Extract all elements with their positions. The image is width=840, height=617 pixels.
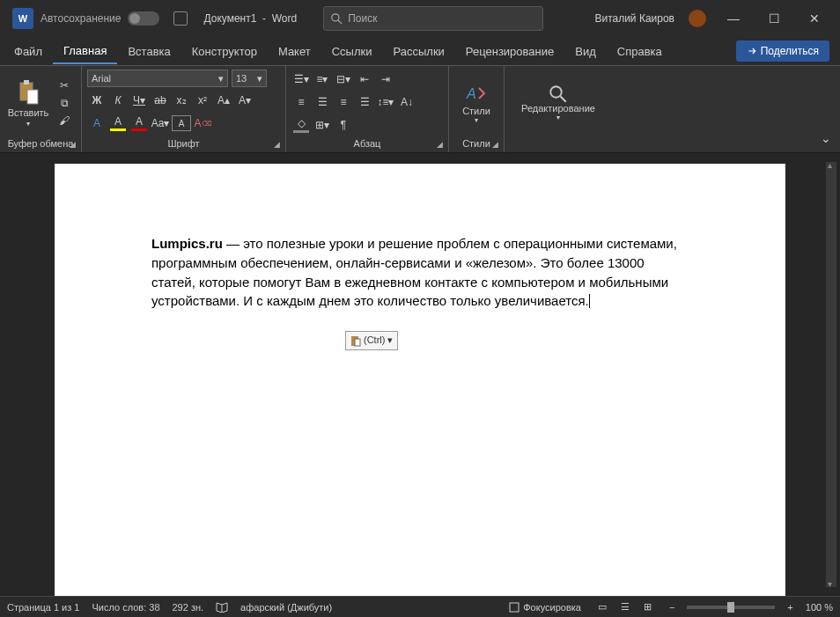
share-icon	[747, 46, 757, 56]
shading-button[interactable]: ◇	[291, 115, 311, 135]
text-effects-button[interactable]: A	[87, 114, 107, 133]
save-icon[interactable]	[173, 11, 188, 26]
font-size-select[interactable]: 13▾	[232, 70, 267, 87]
align-center-button[interactable]: ☰	[313, 92, 332, 112]
styles-icon: A	[465, 83, 488, 106]
paste-options-tag[interactable]: (Ctrl)▾	[345, 331, 398, 350]
status-chars[interactable]: 292 зн.	[173, 602, 204, 613]
editing-button[interactable]: Редактирование ▾	[510, 70, 607, 136]
clipboard-label: Буфер обмена	[8, 138, 74, 149]
svg-line-1	[338, 20, 342, 24]
sort-button[interactable]: A↓	[397, 92, 416, 112]
avatar[interactable]	[689, 10, 706, 27]
clipboard-icon	[17, 79, 40, 106]
change-case-button[interactable]: Aa▾	[151, 114, 170, 133]
bold-button[interactable]: Ж	[87, 91, 107, 110]
font-color-button[interactable]: A	[129, 114, 149, 133]
char-border-button[interactable]: A	[172, 115, 191, 131]
search-icon	[331, 13, 343, 25]
clipboard-small-icon	[350, 334, 361, 347]
tab-mailings[interactable]: Рассылки	[382, 40, 454, 63]
read-mode-button[interactable]: ▭	[593, 600, 611, 614]
grow-font-button[interactable]: A▴	[214, 91, 233, 110]
align-justify-button[interactable]: ☰	[355, 92, 374, 112]
font-name-select[interactable]: Arial▾	[87, 70, 228, 87]
svg-rect-10	[510, 603, 519, 612]
indent-right-button[interactable]: ⇥	[376, 70, 395, 89]
borders-button[interactable]: ⊞▾	[313, 115, 332, 135]
print-layout-button[interactable]: ☰	[616, 600, 634, 614]
doc-bold-text: Lumpics.ru	[151, 236, 223, 251]
close-button[interactable]: ✕	[794, 4, 835, 33]
focus-icon	[509, 602, 519, 613]
tab-view[interactable]: Вид	[564, 40, 607, 63]
clipboard-launcher[interactable]: ◢	[70, 140, 76, 149]
strike-button[interactable]: ab	[151, 91, 170, 110]
tab-file[interactable]: Файл	[4, 40, 53, 63]
format-painter-icon[interactable]: 🖌	[56, 114, 72, 128]
word-logo: W	[12, 8, 33, 29]
tab-layout[interactable]: Макет	[268, 40, 321, 63]
styles-launcher[interactable]: ◢	[492, 140, 498, 149]
copy-icon[interactable]: ⧉	[56, 96, 72, 110]
svg-point-0	[332, 13, 339, 20]
status-page[interactable]: Страница 1 из 1	[7, 602, 79, 613]
svg-rect-9	[355, 339, 360, 346]
tab-review[interactable]: Рецензирование	[455, 40, 564, 63]
paragraph-label: Абзац	[354, 138, 381, 149]
share-button[interactable]: Поделиться	[736, 40, 829, 62]
font-launcher[interactable]: ◢	[274, 140, 280, 149]
autosave-label: Автосохранение	[41, 12, 121, 25]
username: Виталий Каиров	[594, 12, 674, 25]
vertical-scrollbar[interactable]	[826, 162, 836, 587]
maximize-button[interactable]: ☐	[754, 4, 794, 33]
zoom-out-button[interactable]: −	[669, 602, 674, 613]
minimize-button[interactable]: —	[713, 4, 754, 33]
document-title: Документ1 - Word	[203, 12, 297, 25]
svg-rect-3	[24, 80, 29, 84]
tab-links[interactable]: Ссылки	[321, 40, 383, 63]
tab-insert[interactable]: Вставка	[117, 40, 181, 63]
italic-button[interactable]: К	[108, 91, 128, 110]
cut-icon[interactable]: ✂	[56, 78, 72, 92]
indent-left-button[interactable]: ⇤	[355, 70, 374, 89]
status-words[interactable]: Число слов: 38	[92, 602, 159, 613]
underline-button[interactable]: Ч▾	[129, 91, 149, 110]
zoom-level[interactable]: 100 %	[806, 602, 833, 613]
bullets-button[interactable]: ☰▾	[291, 70, 311, 89]
book-icon	[216, 602, 228, 613]
paragraph-launcher[interactable]: ◢	[437, 140, 443, 149]
subscript-button[interactable]: x₂	[172, 91, 191, 110]
web-layout-button[interactable]: ⊞	[639, 600, 657, 614]
numbering-button[interactable]: ≡▾	[313, 70, 332, 89]
line-spacing-button[interactable]: ↕≡▾	[376, 92, 395, 112]
clear-formatting-button[interactable]: A⌫	[193, 114, 212, 133]
focus-mode-button[interactable]: Фокусировка	[509, 602, 581, 613]
svg-point-6	[550, 86, 562, 98]
collapse-ribbon-button[interactable]: ⌄	[821, 131, 831, 145]
svg-line-7	[561, 96, 566, 101]
tab-home[interactable]: Главная	[53, 39, 117, 64]
zoom-slider[interactable]	[687, 606, 775, 609]
multilevel-button[interactable]: ⊟▾	[334, 70, 353, 89]
styles-label: Стили	[462, 138, 490, 149]
status-language[interactable]: афарский (Джибути)	[240, 602, 332, 613]
doc-body-text: — это полезные уроки и решение проблем с…	[151, 236, 677, 308]
status-spelling[interactable]	[216, 602, 228, 613]
search-input[interactable]: Поиск	[323, 6, 543, 31]
paste-button[interactable]: Вставить ▾	[5, 70, 51, 136]
find-icon	[549, 85, 567, 103]
styles-button[interactable]: A Стили ▾	[454, 70, 498, 136]
document-page[interactable]: Lumpics.ru — это полезные уроки и решени…	[55, 164, 785, 596]
shrink-font-button[interactable]: A▾	[235, 91, 254, 110]
tab-design[interactable]: Конструктор	[181, 40, 268, 63]
align-right-button[interactable]: ≡	[334, 92, 353, 112]
zoom-in-button[interactable]: +	[787, 602, 792, 613]
align-left-button[interactable]: ≡	[291, 92, 311, 112]
tab-help[interactable]: Справка	[607, 40, 673, 63]
highlight-button[interactable]: A	[108, 114, 128, 133]
superscript-button[interactable]: x²	[193, 91, 212, 110]
show-hide-button[interactable]: ¶	[334, 115, 353, 135]
autosave-toggle[interactable]	[128, 11, 159, 26]
svg-rect-4	[27, 90, 38, 104]
